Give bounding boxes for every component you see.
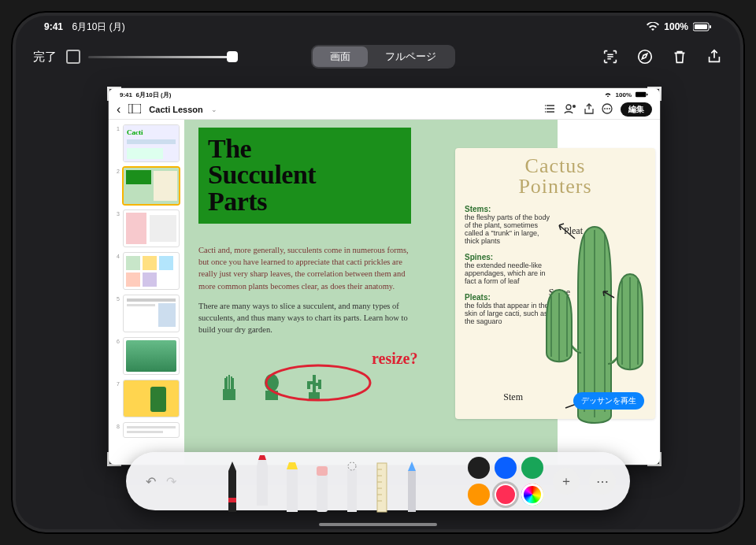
thumb-6[interactable] [123, 337, 180, 375]
svg-point-8 [545, 105, 546, 106]
doc-title[interactable]: Cacti Lesson [149, 105, 202, 114]
thumb-3[interactable] [123, 209, 180, 247]
live-text-icon[interactable] [602, 48, 619, 65]
wifi-icon [647, 22, 659, 32]
seg-screen[interactable]: 画面 [313, 46, 368, 67]
svg-point-16 [609, 108, 610, 109]
thumb-2[interactable] [123, 167, 180, 205]
handwritten-annotation: resize? [263, 347, 436, 403]
color-swatches [468, 457, 543, 506]
thumb-5[interactable] [123, 295, 180, 332]
collab-icon[interactable] [564, 103, 576, 116]
svg-rect-29 [317, 473, 328, 512]
svg-rect-30 [317, 466, 328, 476]
svg-rect-1 [695, 24, 707, 29]
marker-tool[interactable] [250, 465, 274, 510]
ipad-frame: 9:41 6月10日 (月) 100% 完了 画面 フルページ [11, 11, 745, 534]
thumb-7[interactable] [123, 380, 180, 417]
page-body-text: Cacti and, more generally, succulents co… [198, 244, 410, 336]
opacity-slider[interactable] [88, 50, 238, 64]
battery-icon [693, 22, 712, 32]
lasso-tool[interactable] [340, 465, 364, 510]
svg-point-15 [606, 108, 608, 109]
undo-button[interactable]: ↶ [140, 471, 161, 491]
color-picker-icon[interactable] [521, 484, 543, 506]
swatch-green[interactable] [521, 457, 543, 479]
inner-battery: 100% [616, 91, 632, 98]
screenshot-preview[interactable]: 9:41 6月10日 (月) 100% ‹ Cacti Lesson ⌄ 編集 [109, 88, 660, 465]
swatch-orange[interactable] [468, 484, 490, 506]
outer-status-bar: 9:41 6月10日 (月) 100% [11, 19, 745, 35]
svg-rect-27 [228, 498, 236, 502]
svg-point-9 [545, 108, 546, 109]
thumb-4[interactable] [123, 252, 180, 290]
svg-rect-17 [223, 389, 235, 400]
more-button[interactable]: ⋯ [589, 468, 616, 495]
annotation-text: resize? [372, 350, 418, 367]
thumb-8[interactable] [123, 422, 180, 438]
scope-segmented-control[interactable]: 画面 フルページ [311, 45, 455, 69]
page-heading: The Succulent Parts [198, 128, 411, 224]
pen-tray [181, 452, 463, 510]
inner-time: 9:41 [120, 91, 132, 98]
toc-icon[interactable] [545, 104, 556, 115]
back-button[interactable]: ‹ [117, 102, 120, 117]
svg-rect-31 [347, 469, 357, 512]
edit-button[interactable]: 編集 [621, 102, 652, 117]
inner-toolbar: ‹ Cacti Lesson ⌄ 編集 [109, 99, 660, 120]
replay-drawing-button[interactable]: デッサンを再生 [573, 392, 644, 410]
page-thumbnails[interactable]: 1 Cacti 2 3 [109, 120, 184, 465]
swatch-black[interactable] [468, 457, 490, 479]
inner-share-icon[interactable] [584, 103, 594, 116]
svg-point-12 [573, 105, 576, 108]
ruler-tool[interactable] [370, 465, 394, 510]
sidebar-icon[interactable] [128, 104, 141, 115]
svg-rect-5 [647, 94, 647, 96]
thumb-1[interactable]: Cacti [123, 124, 180, 162]
svg-rect-33 [377, 463, 387, 512]
inner-status-bar: 9:41 6月10日 (月) 100% [109, 88, 660, 99]
svg-point-14 [604, 108, 606, 109]
label-stem: Stem [503, 391, 523, 403]
svg-point-11 [566, 105, 571, 109]
markup-pen-icon[interactable] [636, 48, 654, 65]
svg-point-26 [266, 365, 370, 400]
outer-date: 6月10日 (月) [72, 21, 124, 32]
inner-date: 6月10日 (月) [135, 91, 171, 98]
inner-more-icon[interactable] [602, 103, 613, 116]
trash-icon[interactable] [671, 48, 688, 65]
swatch-blue[interactable] [495, 457, 517, 479]
svg-point-10 [545, 111, 546, 113]
outer-battery-pct: 100% [664, 21, 688, 32]
svg-point-32 [348, 462, 356, 470]
pencil-tool[interactable] [400, 465, 424, 510]
pen-tool[interactable] [220, 465, 244, 510]
markup-toolbar: 完了 画面 フルページ [11, 39, 745, 74]
card-title: CactusPointers [465, 156, 646, 197]
seg-fullpage[interactable]: フルページ [368, 46, 454, 67]
svg-point-3 [639, 50, 652, 64]
page-canvas[interactable]: The Succulent Parts Cacti and, more gene… [184, 120, 660, 465]
svg-rect-40 [408, 471, 416, 512]
crop-toggle[interactable] [66, 50, 80, 64]
svg-rect-28 [287, 469, 298, 512]
outer-time: 9:41 [44, 21, 63, 32]
home-indicator[interactable] [319, 523, 437, 526]
redo-button[interactable]: ↷ [161, 471, 181, 491]
done-button[interactable]: 完了 [33, 50, 57, 65]
title-menu-chevron-icon[interactable]: ⌄ [211, 106, 217, 113]
svg-rect-2 [710, 25, 711, 28]
add-button[interactable]: ＋ [553, 468, 580, 495]
svg-rect-4 [636, 92, 646, 98]
eraser-tool[interactable] [310, 465, 334, 510]
swatch-selected-red[interactable] [495, 484, 517, 506]
markup-tools-dock: ↶ ↷ ＋ ⋯ [126, 452, 630, 510]
share-icon[interactable] [706, 48, 723, 65]
highlighter-tool[interactable] [280, 465, 304, 510]
pointers-card: CactusPointers Stems: the fleshy parts o… [455, 148, 655, 419]
svg-rect-6 [128, 104, 141, 113]
